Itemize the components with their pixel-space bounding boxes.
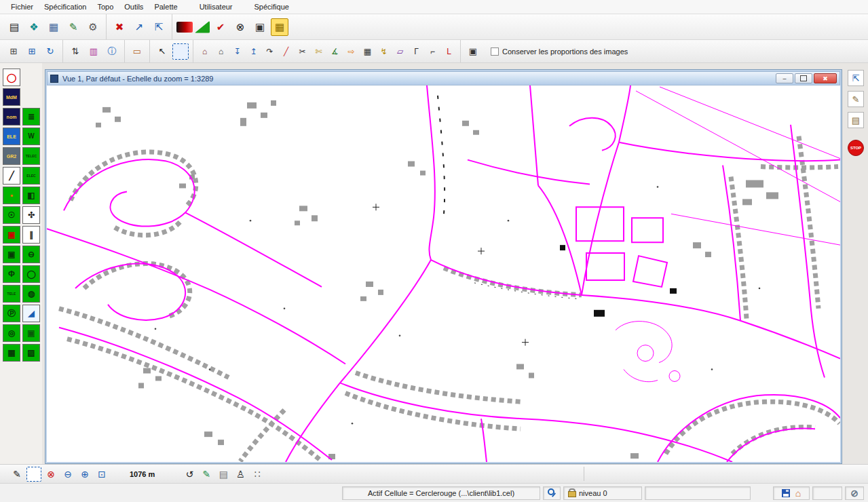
fan-tool[interactable]: ✣	[22, 206, 40, 224]
measure-icon[interactable]: ✎	[64, 18, 82, 36]
striped-circle-tool[interactable]: ◍	[22, 285, 40, 303]
fence-place-icon[interactable]: ⌂	[197, 44, 212, 58]
keep-proportions-checkbox[interactable]	[491, 47, 499, 56]
accept-icon[interactable]: ✔	[212, 18, 229, 36]
refresh-icon[interactable]: ↻	[42, 43, 58, 60]
copy-out-icon[interactable]: ⇱	[150, 18, 168, 36]
ring-tool[interactable]: ◯	[22, 265, 40, 283]
export-icon[interactable]: ↗	[130, 18, 148, 36]
gradient-icon[interactable]	[176, 22, 193, 33]
delete-icon[interactable]: ✖	[111, 18, 128, 36]
active-cell-panel[interactable]: Actif Cellule = Cerclerouge (...\client\…	[342, 486, 540, 500]
pan-view-icon[interactable]	[26, 467, 41, 482]
square-tool[interactable]: ▣	[22, 324, 40, 342]
menu-item[interactable]: Spécification	[39, 1, 92, 13]
key-panel[interactable]	[543, 486, 561, 500]
sheet-view-icon[interactable]: ▤	[216, 467, 231, 482]
corner-b-icon[interactable]: ⌐	[426, 44, 440, 58]
line-icon[interactable]: ╱	[279, 44, 293, 58]
minimize-button[interactable]: –	[776, 73, 793, 83]
slope-icon[interactable]	[195, 21, 210, 33]
levels-tool[interactable]: ≣	[22, 108, 40, 125]
green-frame-tool[interactable]: ▣	[3, 246, 20, 263]
fence-modify-icon[interactable]: ⌂	[214, 44, 228, 58]
menu-item[interactable]: Spécifique	[249, 1, 295, 13]
edit-sheet-icon[interactable]: ✎	[848, 91, 864, 107]
spark-icon[interactable]: ↯	[377, 44, 391, 58]
selection-box-icon[interactable]	[172, 43, 189, 60]
copy-icon[interactable]: ⊞	[5, 43, 22, 60]
phi-tool[interactable]: Φ	[3, 265, 20, 283]
corner-a-icon[interactable]: Γ	[409, 44, 423, 58]
slash-tool[interactable]: ╱	[3, 167, 20, 185]
zoom-cancel-icon[interactable]: ⊗	[43, 467, 58, 482]
trim-icon[interactable]: ✄	[312, 44, 326, 58]
nullify-icon[interactable]: ⊗	[231, 18, 249, 36]
settings-globe-icon[interactable]: ⚙	[84, 18, 102, 36]
sheets-icon[interactable]: ▤	[848, 112, 864, 128]
angle-icon[interactable]: ∡	[328, 44, 342, 58]
rotate-view-icon[interactable]: ↺	[182, 467, 197, 482]
person-tool[interactable]: ☉	[3, 206, 20, 224]
sort-icon[interactable]: ⇅	[67, 43, 83, 60]
red-circle-tool[interactable]: ◯	[3, 69, 20, 86]
print-icon[interactable]: ▦	[45, 18, 62, 36]
move-out-icon[interactable]: ↥	[246, 44, 261, 58]
menu-item[interactable]: Fichier	[5, 1, 39, 13]
table-icon[interactable]: ▦	[271, 18, 288, 36]
view-window-titlebar[interactable]: Vue 1, Par défaut - Echelle du zoom = 1:…	[47, 71, 840, 85]
menu-item[interactable]: Palette	[149, 1, 183, 13]
zoom-out-icon[interactable]: ⊖	[60, 467, 75, 482]
circle-minus-tool[interactable]: ⊖	[22, 246, 40, 263]
area-icon[interactable]: ▱	[393, 44, 407, 58]
target-tool[interactable]: ◎	[3, 324, 20, 342]
pointer-icon[interactable]: ↖	[154, 43, 170, 60]
cut-icon[interactable]: ✂	[295, 44, 309, 58]
telec-tool[interactable]: TELEC	[22, 147, 40, 165]
ele-tool[interactable]: ELE	[3, 128, 20, 145]
ramp-tool[interactable]: ◢	[22, 305, 40, 322]
zoom-window-icon[interactable]: ⊡	[94, 467, 109, 482]
selection-status-panel[interactable]: ⊘	[845, 486, 864, 500]
red-frame-tool[interactable]: ▣	[3, 226, 20, 244]
nom-tool[interactable]: nom	[3, 108, 20, 125]
walk-view-icon[interactable]: ♙	[233, 467, 248, 482]
restore-button[interactable]	[795, 73, 812, 83]
tele-tool[interactable]: TELE	[3, 285, 20, 303]
menu-item[interactable]: Outils	[119, 1, 149, 13]
map-canvas[interactable]	[47, 85, 840, 462]
corner-red-icon[interactable]: L	[442, 44, 456, 58]
photo-icon[interactable]: ▣	[465, 43, 481, 60]
cell-orange-tool[interactable]: ▪	[3, 187, 20, 204]
gr2-tool[interactable]: GR2	[3, 147, 20, 165]
lines-tool[interactable]: ∥	[22, 226, 40, 244]
chart-icon[interactable]: ▥	[86, 43, 102, 60]
dots-view-icon[interactable]: ∷	[250, 467, 265, 482]
sign-tool[interactable]: ◧	[22, 187, 40, 204]
move-arrow-icon[interactable]: ⇨	[344, 44, 358, 58]
zoom-in-icon[interactable]: ⊕	[77, 467, 92, 482]
render-view-icon[interactable]: ✎	[199, 467, 214, 482]
copy-blue-icon[interactable]: ⊞	[24, 43, 40, 60]
bend-icon[interactable]: ↷	[263, 44, 277, 58]
export-window-icon[interactable]: ⇱	[848, 70, 864, 86]
cell-box-icon[interactable]: ▭	[129, 43, 145, 60]
cell-camera-icon[interactable]: ▣	[251, 18, 269, 36]
close-button[interactable]: ✖	[814, 73, 837, 83]
info-icon[interactable]: ⓘ	[104, 43, 120, 60]
menu-item[interactable]: Topo	[92, 1, 119, 13]
menu-item[interactable]: Utilisateur	[194, 1, 238, 13]
mdm-tool[interactable]: MdM	[3, 88, 20, 106]
grid-icon[interactable]: ▦	[360, 44, 375, 58]
save-status-panel[interactable]: ⌂	[773, 486, 810, 500]
level-panel[interactable]: niveau 0	[563, 486, 642, 500]
save-icon[interactable]: ▤	[5, 18, 23, 36]
building-grid-tool[interactable]: ▦	[3, 344, 20, 362]
update-view-icon[interactable]: ✎	[10, 467, 24, 482]
elec-tool[interactable]: ELEC	[22, 167, 40, 185]
palette-book-icon[interactable]: ❖	[25, 18, 43, 36]
copy-in-icon[interactable]: ↧	[230, 44, 244, 58]
water-tool[interactable]: W	[22, 128, 40, 145]
hatch-tool[interactable]: ▨	[22, 344, 40, 362]
p-circle-tool[interactable]: Ⓟ	[3, 305, 20, 322]
